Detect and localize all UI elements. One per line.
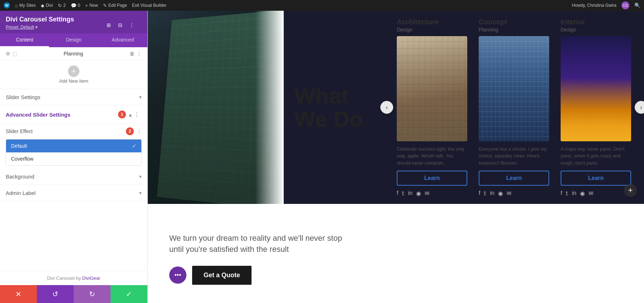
new-label: New (89, 3, 98, 8)
advanced-slider-settings-title: Advanced Slider Settings (6, 112, 118, 118)
item-setting-icons: ⚙ ⬚ (6, 51, 17, 57)
card-3-twitter-icon[interactable]: 𝕥 (566, 190, 568, 197)
card-2-linkedin-icon[interactable]: in (490, 190, 494, 197)
card-1-facebook-icon[interactable]: f (397, 190, 398, 197)
bottom-action-buttons: ✕ ↺ ↻ ✓ (0, 285, 147, 303)
tab-design[interactable]: Design (49, 33, 98, 47)
main-layout: Divi Carousel Settings ⊞ ⊟ ⋮ Preset: Def… (0, 11, 644, 303)
card-1-twitter-icon[interactable]: 𝕥 (402, 190, 404, 197)
option-coverflow-label: Coverflow (11, 156, 33, 162)
search-icon[interactable]: 🔍 (634, 3, 640, 8)
divi-icon: ◆ (41, 3, 44, 8)
slider-settings-section[interactable]: Slider Settings ▾ (0, 89, 147, 106)
dots-icon[interactable]: ⋮ (134, 111, 140, 118)
planning-item-row: ⚙ ⬚ Planning 🗑 ⋮ (0, 47, 147, 60)
carousel-card-2: Concept Planning Everyone has a choice. … (473, 11, 555, 204)
delete-icon[interactable]: 🗑 (130, 51, 135, 57)
card-2-subtitle: Planning (479, 27, 549, 33)
updates-count: 2 (63, 3, 66, 8)
background-title: Background (6, 174, 139, 180)
advanced-slider-settings-section[interactable]: Advanced Slider Settings 1 ▴ ⋮ (0, 106, 147, 124)
divi-menu[interactable]: ◆ Divi (41, 3, 53, 8)
slider-effect-row: Slider Effect 2 ⋮ (0, 124, 147, 139)
panel-header: Divi Carousel Settings ⊞ ⊟ ⋮ Preset: Def… (0, 11, 147, 33)
cta-dots-btn[interactable]: ••• (169, 267, 186, 284)
save-button[interactable]: ✓ (111, 285, 147, 303)
slider-effect-more-icon[interactable]: ⋮ (137, 128, 142, 134)
card-3-facebook-icon[interactable]: f (561, 190, 562, 197)
admin-label-section[interactable]: Admin Label ▾ (0, 185, 147, 201)
comments-btn[interactable]: 💬 0 (71, 3, 80, 8)
card-2-facebook-icon[interactable]: f (479, 190, 480, 197)
card-1-learn-btn[interactable]: Learn (397, 171, 467, 186)
panel-header-row: Divi Carousel Settings ⊞ ⊟ ⋮ (6, 16, 142, 25)
slider-effect-dropdown: Default ✓ Coverflow (6, 139, 142, 166)
card-2-email-icon[interactable]: ✉ (507, 190, 511, 197)
gear-icon[interactable]: ⚙ (6, 51, 10, 57)
add-new-label: Add New Item (59, 78, 88, 84)
option-default-label: Default (11, 143, 27, 149)
building-diagonal (255, 11, 284, 204)
divigear-link[interactable]: DiviGear (82, 275, 101, 281)
hero-building-image (148, 11, 284, 204)
get-a-quote-btn[interactable]: Get a Quote (192, 266, 252, 285)
add-module-btn[interactable]: + (624, 184, 637, 197)
divi-credit: Divi Carousel by DiviGear (0, 271, 147, 285)
card-1-instagram-icon[interactable]: ◉ (416, 190, 421, 197)
section-action-icons: ▴ ⋮ (129, 111, 140, 118)
chevron-up-icon[interactable]: ▴ (129, 111, 132, 118)
card-3-linkedin-icon[interactable]: in (572, 190, 576, 197)
card-2-learn-btn[interactable]: Learn (479, 171, 549, 186)
panel-preset[interactable]: Preset: Default ▾ (6, 25, 142, 30)
bottom-section: We turn your dream to reality and we'll … (148, 204, 644, 303)
exit-builder-btn[interactable]: Exit Visual Builder (132, 3, 167, 8)
option-coverflow[interactable]: Coverflow (6, 152, 141, 165)
background-section[interactable]: Background ▾ (0, 168, 147, 185)
card-3-email-icon[interactable]: ✉ (589, 190, 593, 197)
cancel-button[interactable]: ✕ (0, 285, 37, 303)
my-sites-menu[interactable]: ⌂ My Sites (15, 3, 36, 8)
tab-content[interactable]: Content (0, 33, 49, 47)
card-1-email-icon[interactable]: ✉ (425, 190, 429, 197)
comments-icon: 💬 (71, 3, 77, 8)
howdy-text: Howdy, Christina Gwira (572, 3, 616, 8)
carousel-prev-btn[interactable]: ‹ (380, 101, 393, 114)
user-avatar[interactable]: CG (621, 1, 629, 9)
save-icon: ✓ (126, 290, 132, 298)
panel-tabs: Content Design Advanced (0, 33, 147, 47)
tab-advanced[interactable]: Advanced (98, 33, 147, 47)
card-3-learn-btn[interactable]: Learn (561, 171, 631, 186)
new-btn[interactable]: + New (85, 3, 98, 8)
option-default[interactable]: Default ✓ (6, 140, 141, 152)
add-circle-icon: + (68, 65, 79, 77)
copy-icon[interactable]: ⬚ (13, 51, 17, 57)
hero-title-line2: We Do (294, 107, 363, 131)
card-1-linkedin-icon[interactable]: in (408, 190, 412, 197)
edit-page-btn[interactable]: ✎ Edit Page (103, 3, 127, 8)
card-3-instagram-icon[interactable]: ◉ (580, 190, 585, 197)
redo-button[interactable]: ↻ (74, 285, 111, 303)
plus-icon: + (85, 3, 88, 8)
redo-icon: ↻ (89, 290, 95, 298)
card-2-instagram-icon[interactable]: ◉ (498, 190, 503, 197)
exit-builder-label: Exit Visual Builder (132, 3, 167, 8)
updates-btn[interactable]: ↻ 2 (58, 3, 66, 8)
cancel-icon: ✕ (15, 290, 21, 298)
chevron-down-icon: ▾ (139, 94, 142, 100)
card-2-social-icons: f 𝕥 in ◉ ✉ (479, 190, 549, 197)
slider-effect-label: Slider Effect (6, 128, 123, 134)
carousel-card-1: Architecture Design Celebrate success ri… (391, 11, 473, 204)
updates-icon: ↻ (58, 3, 62, 8)
card-2-twitter-icon[interactable]: 𝕥 (484, 190, 486, 197)
admin-label-chevron-icon: ▾ (139, 190, 142, 196)
wp-logo[interactable]: W (4, 2, 10, 9)
edit-icon: ✎ (103, 3, 107, 8)
undo-button[interactable]: ↺ (37, 285, 74, 303)
item-name-label: Planning (20, 51, 127, 57)
more-options-icon[interactable]: ⋮ (137, 51, 142, 57)
hero-section: What We Do ‹ Architecture Design Celebra… (148, 11, 644, 204)
add-new-item-btn[interactable]: + Add New Item (0, 60, 147, 89)
panel-body: ⚙ ⬚ Planning 🗑 ⋮ + Add New Item Slider S… (0, 47, 147, 271)
page-content: What We Do ‹ Architecture Design Celebra… (148, 11, 644, 303)
card-1-subtitle: Design (397, 27, 467, 33)
